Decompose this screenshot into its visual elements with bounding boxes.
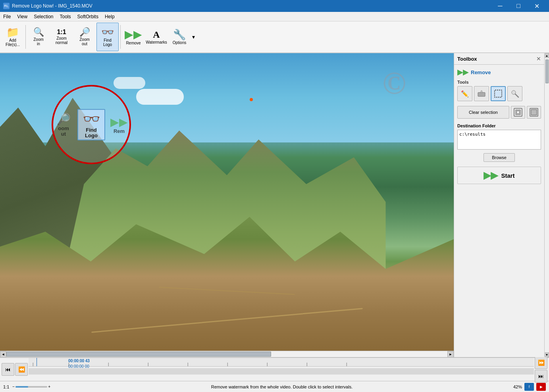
menu-help[interactable]: Help (102, 12, 118, 21)
ruler-mark-1: | (68, 362, 69, 366)
toolbox-scrollbar: ▲ ▼ (544, 53, 549, 357)
zoom-ratio-label: 1:1 (3, 384, 9, 389)
selection-row: Clear selection (457, 106, 541, 119)
timeline-bar[interactable] (29, 368, 534, 375)
zoom-out-small-icon: − (12, 384, 15, 389)
toolbar-remove[interactable]: ▶▶ Remove (122, 23, 144, 51)
ruler-mark-0: | (33, 362, 33, 366)
menu-selection[interactable]: Selection (31, 12, 56, 21)
svg-rect-2 (495, 90, 502, 97)
time-display: 00:00:00 43 (68, 359, 90, 363)
toolbox-scroll-thumb[interactable] (545, 60, 549, 83)
status-bar: 1:1 − + Remove watermark from the whole … (0, 381, 549, 392)
menu-file[interactable]: File (0, 12, 14, 21)
toolbar: 📁 AddFile(s)... 🔍 Zoomin 1:1 Zoomnormal … (0, 21, 549, 53)
zoom-slider[interactable] (15, 386, 47, 388)
toolbar-divider-2 (120, 25, 121, 49)
timeline-last-button[interactable]: ⏭ (535, 370, 547, 382)
start-arrow-icon: ▶▶ (484, 170, 498, 181)
close-button[interactable]: ✕ (528, 0, 546, 12)
toolbar-options[interactable]: 🔧 Options (168, 23, 191, 51)
menu-view[interactable]: View (14, 12, 31, 21)
landscape: © (0, 53, 454, 351)
title-bar: RL Remove Logo Now! - IMG_1540.MOV ─ □ ✕ (0, 0, 549, 12)
magic-wand-tool-button[interactable] (507, 86, 522, 101)
facebook-button[interactable]: f (524, 383, 534, 391)
youtube-button[interactable]: ▶ (536, 383, 546, 391)
ruler-mark-2: | (108, 362, 109, 366)
scroll-track[interactable] (6, 351, 447, 357)
timeline-next-frame-button[interactable]: ⏩ (535, 356, 547, 369)
svg-rect-0 (478, 92, 485, 96)
tool-buttons-group: ✏️ (457, 86, 541, 101)
start-label: Start (501, 172, 514, 179)
title-bar-left: RL Remove Logo Now! - IMG_1540.MOV (3, 3, 92, 9)
minimize-button[interactable]: ─ (491, 0, 509, 12)
timeline-area: ⏮ ⏪ 00:00:00 43 00:00:00 00 | | | | | | … (0, 357, 549, 381)
remove-section-title: ▶▶ Remove (457, 68, 541, 77)
find-logo-label: FindLogo (103, 38, 112, 47)
clear-selection-button[interactable]: Clear selection (457, 106, 509, 119)
toolbar-add-files[interactable]: 📁 AddFile(s)... (2, 23, 24, 51)
rect-select-tool-button[interactable] (491, 86, 506, 101)
timeline-prev-button[interactable]: ⏪ (15, 363, 28, 376)
ruler-mark-3: | (148, 362, 148, 366)
watermarks-icon: A (153, 30, 160, 39)
add-files-icon: 📁 (6, 27, 19, 37)
status-message: Remove watermark from the whole video. D… (211, 384, 353, 389)
toolbar-find-logo[interactable]: 👓 FindLogo (96, 23, 119, 51)
pencil-tool-button[interactable]: ✏️ (457, 86, 472, 101)
time-cursor (37, 358, 37, 366)
scroll-right-arrow[interactable]: ► (447, 351, 454, 357)
video-frame: © 🔎 oomut 👓 FindLogo (0, 53, 454, 351)
status-left: 1:1 − + (3, 384, 50, 389)
menu-tools[interactable]: Tools (57, 12, 74, 21)
add-files-label: AddFile(s)... (6, 38, 20, 47)
ruler-mark-8: | (346, 362, 347, 366)
zoom-in-icon: 🔍 (33, 28, 44, 37)
toolbox-close-button[interactable]: ✕ (536, 56, 541, 62)
paraglider (250, 98, 253, 101)
toolbar-more-button[interactable]: ▾ (191, 33, 196, 41)
menu-softorbits[interactable]: SoftOrbits (74, 12, 102, 21)
ruler-mark-5: | (227, 362, 228, 366)
canvas-area[interactable]: © 🔎 oomut 👓 FindLogo (0, 53, 454, 357)
main-area: © 🔎 oomut 👓 FindLogo (0, 53, 549, 357)
timeline-track[interactable]: 00:00:00 43 00:00:00 00 | | | | | | | | … (29, 358, 534, 381)
remove-icon: ▶▶ (125, 29, 142, 40)
maximize-button[interactable]: □ (509, 0, 528, 12)
destination-folder-input[interactable]: c:\results (457, 130, 541, 150)
toolbox-scroll-up[interactable]: ▲ (545, 53, 549, 58)
timeline-first-button[interactable]: ⏮ (2, 363, 14, 376)
ruler-mark-7: | (306, 362, 307, 366)
zoom-in-small-icon: + (48, 384, 50, 389)
ruler-mark-4: | (187, 362, 188, 366)
browse-button[interactable]: Browse (484, 153, 515, 162)
toolbox-scroll-track[interactable] (545, 58, 549, 352)
toolbox-header: Toolbox ✕ (454, 53, 544, 65)
svg-marker-1 (480, 90, 483, 92)
start-button[interactable]: ▶▶ Start (457, 167, 541, 184)
toolbar-watermarks[interactable]: A Watermarks (145, 23, 168, 51)
svg-line-4 (515, 94, 518, 97)
remove-arrow-icon: ▶▶ (457, 68, 468, 77)
zoom-normal-icon: 1:1 (57, 29, 66, 35)
scroll-thumb[interactable] (6, 352, 271, 357)
title-bar-controls: ─ □ ✕ (491, 0, 546, 12)
selection-icon-button-2[interactable] (527, 106, 541, 119)
toolbar-zoom-normal[interactable]: 1:1 Zoomnormal (50, 23, 73, 51)
toolbar-zoom-in[interactable]: 🔍 Zoomin (27, 23, 50, 51)
eraser-tool-button[interactable] (474, 86, 489, 101)
toolbox-scroll-down[interactable]: ▼ (545, 352, 549, 357)
toolbar-divider-1 (25, 25, 26, 49)
timeline-right-buttons: ⏩ ⏭ (535, 356, 547, 382)
watermarks-label: Watermarks (146, 40, 167, 44)
selection-icon-button-1[interactable] (511, 106, 525, 119)
time-display2: 00:00:00 00 (68, 364, 89, 369)
scroll-left-arrow[interactable]: ◄ (0, 351, 6, 357)
status-right: 42% f ▶ (513, 383, 546, 391)
zoom-control[interactable]: − + (12, 384, 50, 389)
toolbar-zoom-out[interactable]: 🔎 Zoomout (73, 23, 96, 51)
toolbox-title: Toolbox (457, 56, 477, 62)
remove-title-label: Remove (471, 69, 491, 75)
